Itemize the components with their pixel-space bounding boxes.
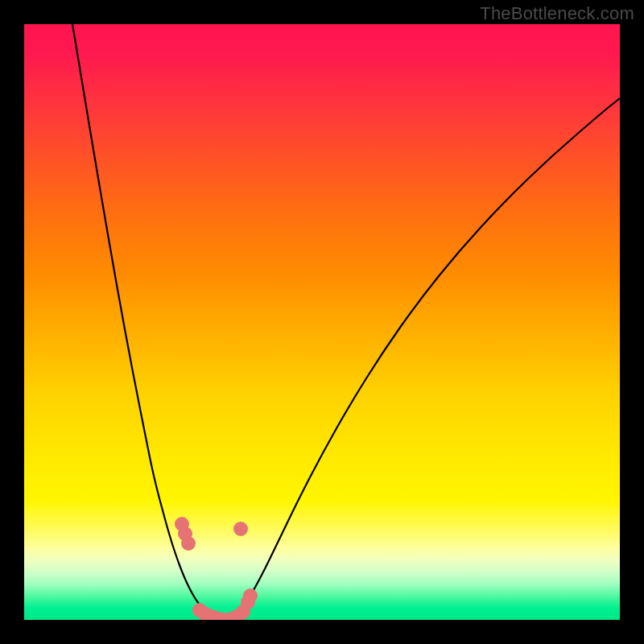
watermark-text: TheBottleneck.com	[480, 3, 634, 24]
marker-point	[243, 588, 258, 603]
bottleneck-curve	[72, 24, 620, 620]
highlight-markers	[175, 517, 258, 620]
marker-point	[181, 536, 196, 551]
chart-plot-area	[24, 24, 620, 620]
chart-svg	[24, 24, 620, 620]
marker-point	[233, 522, 248, 536]
